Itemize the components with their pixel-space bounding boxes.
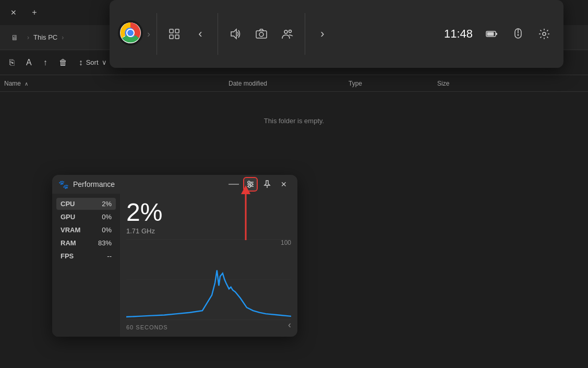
sort-label: Sort <box>86 58 99 66</box>
perf-gpu-label: GPU <box>61 213 75 221</box>
perf-main-area: 2% 1.71 GHz 100 60 SECONDS ‹ <box>120 194 297 337</box>
svg-rect-6 <box>175 29 179 33</box>
perf-chart-back-button[interactable]: ‹ <box>288 319 291 330</box>
perf-stat-cpu[interactable]: CPU 2% <box>56 198 116 210</box>
svg-rect-16 <box>487 32 494 36</box>
popup-grid-button[interactable] <box>163 23 185 45</box>
column-headers: Name ∧ Date modified Type Size <box>0 75 588 92</box>
svg-point-25 <box>250 183 253 185</box>
perf-sub-value: 1.71 GHz <box>126 227 291 235</box>
sliders-icon <box>246 180 255 188</box>
svg-point-24 <box>248 181 250 183</box>
pin-icon <box>263 180 271 188</box>
sort-button[interactable]: ↕ Sort ∨ <box>74 53 112 72</box>
close-tab-button[interactable]: ✕ <box>4 3 23 22</box>
share-icon: ↑ <box>43 58 47 67</box>
chart-back-icon: ‹ <box>288 319 291 330</box>
svg-point-4 <box>127 30 134 36</box>
svg-point-11 <box>259 32 263 37</box>
perf-titlebar-buttons: ✕ <box>226 177 291 192</box>
empty-folder-message: This folder is empty. <box>264 117 324 125</box>
perf-stat-gpu[interactable]: GPU 0% <box>56 211 116 223</box>
popup-separator <box>157 13 157 55</box>
chrome-icon-svg <box>118 20 143 45</box>
chrome-app-icon[interactable] <box>118 20 143 48</box>
popup-camera-button[interactable] <box>250 23 272 45</box>
perf-stat-ram[interactable]: RAM 83% <box>56 237 116 249</box>
settings-icon <box>538 28 550 40</box>
popup-battery-button[interactable] <box>481 23 503 45</box>
perf-minimize-button[interactable] <box>226 177 241 192</box>
perf-title: Performance <box>73 180 222 188</box>
perf-pin-button[interactable] <box>260 177 274 192</box>
svg-point-13 <box>289 30 292 33</box>
perf-app-icon: 🐾 <box>58 180 69 189</box>
perf-fps-label: FPS <box>61 252 74 260</box>
svg-rect-15 <box>496 33 497 35</box>
perf-fps-value: -- <box>107 252 112 260</box>
volume-icon <box>230 28 241 40</box>
sort-up-indicator: ∧ <box>25 81 28 87</box>
perf-vram-value: 0% <box>102 226 112 234</box>
perf-stat-vram[interactable]: VRAM 0% <box>56 224 116 236</box>
col-header-name[interactable]: Name ∧ <box>4 80 229 87</box>
monitor-icon: 🖥 <box>11 33 18 42</box>
svg-point-20 <box>543 32 546 35</box>
perf-titlebar: 🐾 Performance <box>52 175 297 194</box>
perf-ram-label: RAM <box>61 239 76 247</box>
back-icon: ‹ <box>198 27 202 41</box>
chrome-popup: › ‹ <box>110 0 563 68</box>
perf-chart-svg <box>126 239 291 320</box>
delete-button[interactable]: 🗑 <box>54 53 73 72</box>
col-header-type[interactable]: Type <box>349 80 437 87</box>
popup-separator2 <box>218 13 218 55</box>
close-icon: ✕ <box>10 8 17 17</box>
popup-chevron: › <box>147 29 150 40</box>
perf-settings-button[interactable] <box>243 177 258 192</box>
rename-icon: A <box>26 58 32 67</box>
popup-more-button[interactable]: › <box>311 23 333 45</box>
people-icon <box>282 28 293 40</box>
perf-chart-area: 100 60 SECONDS ‹ <box>126 239 291 330</box>
copy-button[interactable]: ⎘ <box>4 53 20 72</box>
perf-stat-fps[interactable]: FPS -- <box>56 250 116 262</box>
popup-separator3 <box>305 13 305 55</box>
popup-back-button[interactable]: ‹ <box>189 23 211 45</box>
rename-button[interactable]: A <box>21 53 37 72</box>
copy-icon: ⎘ <box>9 58 15 67</box>
battery-icon <box>486 28 498 40</box>
svg-rect-5 <box>170 29 173 33</box>
col-header-date[interactable]: Date modified <box>229 80 349 87</box>
perf-close-button[interactable]: ✕ <box>277 177 291 192</box>
svg-marker-9 <box>231 29 236 39</box>
minimize-icon <box>229 184 239 185</box>
perf-ram-value: 83% <box>98 239 112 247</box>
share-button[interactable]: ↑ <box>38 53 53 72</box>
perf-gpu-value: 0% <box>102 213 112 221</box>
perf-body: CPU 2% GPU 0% VRAM 0% RAM 83% FPS -- 2% <box>52 194 297 337</box>
perf-big-value: 2% <box>126 200 291 225</box>
svg-rect-10 <box>256 31 267 38</box>
perf-vram-label: VRAM <box>61 226 80 234</box>
mouse-icon <box>512 28 524 40</box>
col-header-size[interactable]: Size <box>437 80 489 87</box>
grid-icon <box>169 29 179 39</box>
perf-chart-label: 60 SECONDS <box>126 324 168 330</box>
svg-rect-8 <box>175 35 179 39</box>
svg-point-26 <box>248 185 250 187</box>
popup-volume-button[interactable] <box>224 23 246 45</box>
popup-settings-button[interactable] <box>533 23 555 45</box>
popup-people-button[interactable] <box>277 23 298 45</box>
svg-rect-7 <box>170 35 173 39</box>
this-pc-breadcrumb[interactable]: This PC <box>33 33 57 41</box>
delete-icon: 🗑 <box>59 58 67 67</box>
perf-stats-sidebar: CPU 2% GPU 0% VRAM 0% RAM 83% FPS -- <box>52 194 120 337</box>
sort-dropdown-icon: ∨ <box>102 58 107 66</box>
monitor-nav-button[interactable]: 🖥 <box>6 29 23 46</box>
more-icon: › <box>320 27 324 41</box>
breadcrumb-sep1: › <box>27 34 29 41</box>
add-tab-button[interactable]: + <box>25 3 44 22</box>
svg-point-19 <box>518 34 519 36</box>
popup-mouse-button[interactable] <box>507 23 529 45</box>
perf-cpu-value: 2% <box>102 200 112 208</box>
